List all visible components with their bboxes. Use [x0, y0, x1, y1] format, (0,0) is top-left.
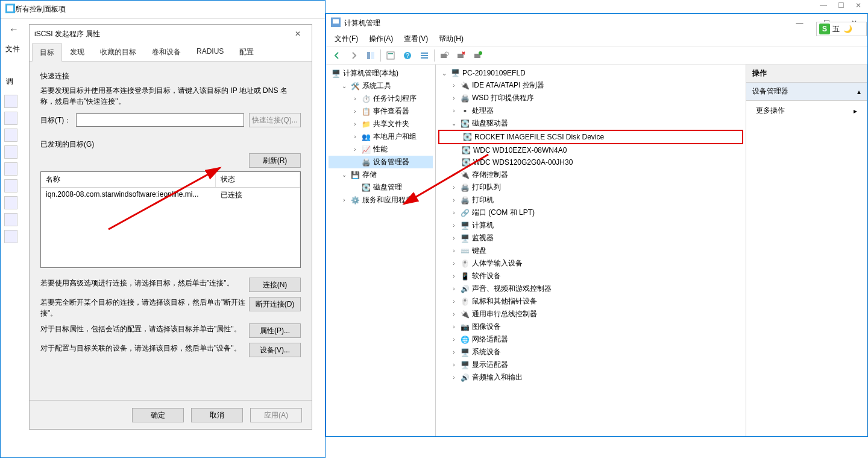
dev-usb[interactable]: ›🔌通用串行总线控制器 — [438, 308, 743, 320]
twisty-icon[interactable]: › — [351, 133, 359, 140]
sidebar-icon[interactable] — [4, 196, 17, 209]
connect-button[interactable]: 连接(N) — [249, 278, 301, 292]
node-event-viewer[interactable]: ›📋事件查看器 — [329, 105, 433, 118]
dev-wsd[interactable]: ›🖨️WSD 打印提供程序 — [438, 92, 743, 104]
sidebar-icon[interactable] — [4, 179, 17, 192]
target-input[interactable] — [76, 113, 244, 127]
quick-connect-button[interactable]: 快速连接(Q)... — [249, 113, 301, 127]
twisty-open-icon[interactable]: ⌄ — [341, 83, 348, 89]
sidebar-icon[interactable] — [4, 95, 17, 108]
col-status[interactable]: 状态 — [216, 172, 300, 187]
twisty-open-icon[interactable]: ⌄ — [341, 171, 348, 178]
twisty-icon[interactable]: › — [351, 108, 359, 115]
sidebar-icon[interactable] — [4, 129, 17, 142]
minimize-icon[interactable]: — — [820, 1, 827, 11]
view-list-icon[interactable] — [417, 48, 432, 63]
table-row[interactable]: iqn.2008-08.com.starwindsoftware:ieonlin… — [41, 188, 300, 203]
enable-icon[interactable] — [471, 48, 485, 63]
collapse-icon[interactable]: ▴ — [857, 87, 861, 96]
tab-volumes[interactable]: 卷和设备 — [144, 43, 189, 61]
twisty-open-icon[interactable]: ⌄ — [441, 70, 448, 77]
menu-file[interactable]: 文件(F) — [330, 33, 363, 45]
menu-action[interactable]: 操作(A) — [364, 33, 398, 45]
dev-network[interactable]: ›🌐网络适配器 — [438, 333, 743, 346]
console-tree-pane[interactable]: 🖥️计算机管理(本地) ⌄🛠️系统工具 ›⏱️任务计划程序 ›📋事件查看器 ›📁… — [326, 65, 436, 436]
dev-keyboard[interactable]: ›⌨️键盘 — [438, 244, 743, 257]
devices-button[interactable]: 设备(V)... — [249, 343, 301, 357]
twisty-icon[interactable]: › — [351, 95, 359, 102]
file-menu[interactable]: 文件 — [5, 45, 20, 53]
dev-disk-drives[interactable]: ⌄💽磁盘驱动器 — [438, 117, 743, 130]
dev-ide[interactable]: ›🔌IDE ATA/ATAPI 控制器 — [438, 79, 743, 92]
minimize-icon[interactable]: — — [786, 14, 813, 32]
tab-target[interactable]: 目标 — [32, 43, 62, 62]
properties-button[interactable]: 属性(P)... — [249, 323, 301, 338]
show-hide-tree-icon[interactable] — [363, 48, 378, 63]
device-tree-pane[interactable]: ⌄🖥️PC-20190109EFLD ›🔌IDE ATA/ATAPI 控制器 ›… — [436, 65, 746, 436]
dev-disk-rocket[interactable]: 💽ROCKET IMAGEFILE SCSI Disk Device — [438, 130, 743, 144]
node-disk-mgmt[interactable]: ›💽磁盘管理 — [329, 181, 433, 194]
dev-monitor[interactable]: ›🖥️监视器 — [438, 232, 743, 244]
dev-system[interactable]: ›🖥️系统设备 — [438, 346, 743, 358]
tab-config[interactable]: 配置 — [231, 43, 262, 61]
sidebar-icon[interactable] — [4, 145, 17, 159]
ok-button[interactable]: 确定 — [132, 408, 184, 422]
twisty-icon[interactable]: › — [351, 121, 359, 127]
properties-icon[interactable] — [383, 48, 398, 63]
node-shared-folders[interactable]: ›📁共享文件夹 — [329, 118, 433, 130]
twisty-icon[interactable]: › — [341, 197, 348, 203]
node-performance[interactable]: ›📈性能 — [329, 143, 433, 156]
dev-mouse[interactable]: ›🖱️鼠标和其他指针设备 — [438, 295, 743, 308]
node-root[interactable]: 🖥️计算机管理(本地) — [329, 67, 433, 80]
scan-hardware-icon[interactable] — [437, 48, 451, 63]
dev-hid[interactable]: ›🖱️人体学输入设备 — [438, 257, 743, 270]
dev-printer[interactable]: ›🖨️打印机 — [438, 194, 743, 206]
maximize-icon[interactable]: ☐ — [838, 1, 844, 11]
sidebar-icon[interactable] — [4, 213, 17, 226]
node-system-tools[interactable]: ⌄🛠️系统工具 — [329, 80, 433, 92]
help-icon[interactable]: ? — [400, 48, 415, 63]
node-storage[interactable]: ⌄💾存储 — [329, 168, 433, 181]
col-name[interactable]: 名称 — [41, 172, 216, 187]
node-local-users[interactable]: ›👥本地用户和组 — [329, 130, 433, 143]
nav-back-icon[interactable] — [330, 48, 344, 63]
cancel-button[interactable]: 取消 — [191, 408, 243, 422]
targets-list[interactable]: 名称 状态 iqn.2008-08.com.starwindsoftware:i… — [40, 171, 301, 268]
twisty-open-icon[interactable]: ⌄ — [450, 120, 458, 127]
dev-storage-ctrl[interactable]: ›🔌存储控制器 — [438, 168, 743, 181]
nav-back-icon[interactable]: ← — [5, 21, 22, 38]
sidebar-icon[interactable] — [4, 162, 17, 176]
refresh-button[interactable]: 刷新(R) — [249, 153, 301, 168]
uninstall-icon[interactable] — [454, 48, 468, 63]
tab-discover[interactable]: 发现 — [62, 43, 92, 61]
dev-imaging[interactable]: ›📷图像设备 — [438, 320, 743, 333]
apply-button[interactable]: 应用(A) — [250, 408, 302, 422]
dev-sound[interactable]: ›🔊声音、视频和游戏控制器 — [438, 282, 743, 295]
dev-cpu[interactable]: ›▪️处理器 — [438, 104, 743, 117]
dev-disk-wdc2[interactable]: 💽WDC WDS120G2G0A-00JH30 — [438, 156, 743, 168]
sidebar-icon[interactable] — [4, 112, 17, 125]
nav-fwd-icon[interactable] — [347, 48, 361, 63]
dev-print-queue[interactable]: ›🖨️打印队列 — [438, 181, 743, 194]
disconnect-button[interactable]: 断开连接(D) — [249, 297, 301, 311]
dev-ports[interactable]: ›🔗端口 (COM 和 LPT) — [438, 206, 743, 219]
twisty-icon[interactable]: › — [351, 146, 359, 153]
ime-indicator[interactable]: S 五 🌙 — [816, 22, 867, 36]
dev-audio-io[interactable]: ›🔊音频输入和输出 — [438, 371, 743, 384]
dev-display[interactable]: ›🖥️显示适配器 — [438, 358, 743, 371]
close-icon[interactable]: ✕ — [289, 30, 307, 38]
dev-disk-wdc1[interactable]: 💽WDC WD10EZEX-08WN4A0 — [438, 144, 743, 156]
close-icon[interactable]: ✕ — [855, 1, 861, 11]
sidebar-icon[interactable] — [4, 230, 17, 243]
node-services[interactable]: ›⚙️服务和应用程序 — [329, 194, 433, 206]
dev-pc[interactable]: ⌄🖥️PC-20190109EFLD — [438, 67, 743, 79]
tab-radius[interactable]: RADIUS — [189, 43, 231, 61]
dev-computer[interactable]: ›🖥️计算机 — [438, 219, 743, 232]
more-actions[interactable]: 更多操作 ▸ — [746, 101, 867, 121]
node-task-scheduler[interactable]: ›⏱️任务计划程序 — [329, 92, 433, 105]
menu-help[interactable]: 帮助(H) — [434, 33, 468, 45]
dev-soft[interactable]: ›📱软件设备 — [438, 270, 743, 282]
menu-view[interactable]: 查看(V) — [399, 33, 433, 45]
tab-favorites[interactable]: 收藏的目标 — [92, 43, 144, 61]
node-device-manager[interactable]: ›🖨️设备管理器 — [329, 156, 433, 168]
